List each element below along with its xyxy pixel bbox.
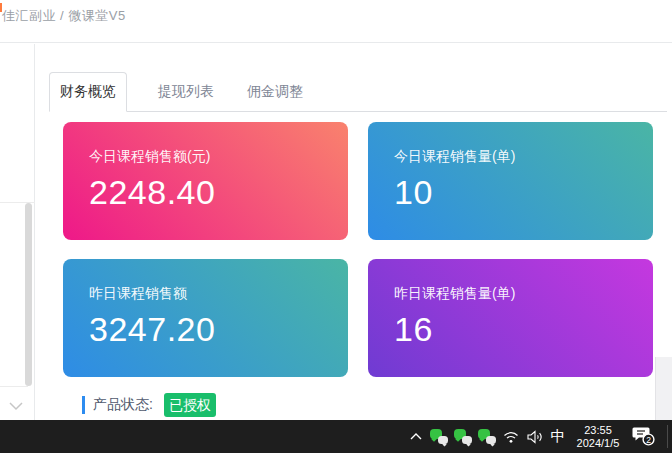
taskbar: 中 23:55 2024/1/5 2 (0, 420, 672, 453)
notification-icon[interactable]: 2 (627, 420, 661, 453)
background-window-strip (655, 357, 672, 420)
stat-card-label: 昨日课程销售量(单) (394, 285, 653, 301)
stat-card-value: 2248.40 (89, 173, 348, 211)
status-badge: 已授权 (164, 393, 216, 417)
volume-icon[interactable] (523, 420, 547, 453)
taskbar-clock[interactable]: 23:55 2024/1/5 (569, 420, 627, 453)
taskbar-time: 23:55 (584, 424, 612, 437)
top-bar: 佳汇副业 / 微课堂V5 (0, 0, 672, 43)
stat-card-value: 3247.20 (89, 310, 348, 348)
stat-card-yesterday-sales-amount: 昨日课程销售额 3247.20 (63, 259, 348, 377)
show-desktop-button[interactable] (668, 420, 672, 453)
breadcrumb: 佳汇副业 / 微课堂V5 (2, 7, 126, 25)
chevron-down-icon[interactable] (9, 402, 23, 411)
system-tray: 中 23:55 2024/1/5 2 (405, 420, 672, 453)
stat-card-value: 16 (394, 310, 653, 348)
tab-bar: 财务概览 提现列表 佣金调整 (49, 72, 667, 112)
ime-indicator[interactable]: 中 (547, 420, 569, 453)
wifi-icon[interactable] (499, 420, 523, 453)
wechat-icon[interactable] (427, 420, 451, 453)
stat-card-yesterday-sales-count: 昨日课程销售量(单) 16 (368, 259, 653, 377)
chevron-up-icon[interactable] (405, 420, 427, 453)
stat-card-today-sales-count: 今日课程销售量(单) 10 (368, 122, 653, 240)
tab-withdraw-list[interactable]: 提现列表 (156, 73, 216, 111)
stat-card-label: 今日课程销售额(元) (89, 148, 348, 164)
notification-badge: 2 (646, 435, 651, 445)
product-status-label: 产品状态: (93, 396, 153, 414)
stat-cards: 今日课程销售额(元) 2248.40 今日课程销售量(单) 10 昨日课程销售额… (63, 122, 653, 377)
wechat-icon[interactable] (451, 420, 475, 453)
product-status-row: 产品状态: 已授权 (82, 393, 667, 417)
stat-card-label: 今日课程销售量(单) (394, 148, 653, 164)
divider (0, 386, 28, 387)
tab-commission-adjust[interactable]: 佣金调整 (245, 73, 305, 111)
status-accent-bar (82, 396, 85, 414)
tab-finance-overview[interactable]: 财务概览 (49, 72, 127, 112)
stat-card-value: 10 (394, 173, 653, 211)
wechat-icon[interactable] (475, 420, 499, 453)
tabs-area: 财务概览 提现列表 佣金调整 今日课程销售额(元) 2248.40 今日课程销售… (49, 72, 667, 417)
left-window-sliver (0, 44, 35, 420)
taskbar-date: 2024/1/5 (577, 437, 620, 450)
screen: 佳汇副业 / 微课堂V5 财务概览 提现列表 佣金调整 今日课程销售额(元) 2… (0, 0, 672, 453)
main-panel: 财务概览 提现列表 佣金调整 今日课程销售额(元) 2248.40 今日课程销售… (36, 44, 672, 420)
scrollbar-thumb[interactable] (25, 203, 32, 386)
stat-card-label: 昨日课程销售额 (89, 285, 348, 301)
stat-card-today-sales-amount: 今日课程销售额(元) 2248.40 (63, 122, 348, 240)
